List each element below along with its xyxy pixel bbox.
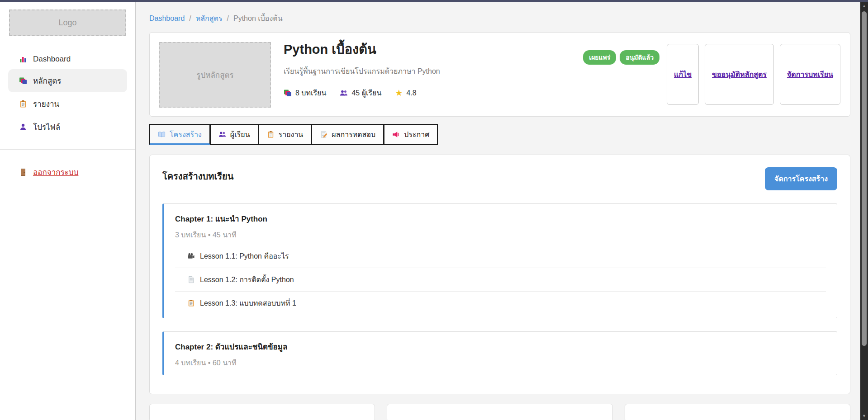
logo-text: Logo: [58, 18, 76, 28]
structure-panel-header: โครงสร้างบทเรียน จัดการโครงสร้าง: [162, 167, 837, 190]
video-camera-icon: [187, 252, 195, 260]
course-title: Python เบื้องต้น: [284, 42, 583, 57]
books-icon: [19, 77, 27, 85]
breadcrumb-current: Python เบื้องต้น: [233, 13, 283, 24]
status-badge-approved: อนุมัติแล้ว: [620, 50, 659, 65]
tab-label: รายงาน: [279, 129, 304, 140]
main-content: Dashboard / หลักสูตร / Python เบื้องต้น …: [136, 2, 868, 420]
status-badge-published: เผยแพร่: [583, 50, 616, 65]
breadcrumb: Dashboard / หลักสูตร / Python เบื้องต้น: [149, 13, 850, 24]
course-image-placeholder: รูปหลักสูตร: [159, 42, 271, 108]
tab-structure[interactable]: โครงสร้าง: [149, 124, 210, 145]
lesson-row[interactable]: Lesson 1.3: แบบทดสอบบทที่ 1: [175, 292, 826, 311]
sidebar: Logo Dashboard หลักสูตร รายงาน โปรไฟล์: [0, 2, 136, 420]
stat-rating: ★ 4.8: [395, 89, 416, 97]
manage-structure-button[interactable]: จัดการโครงสร้าง: [765, 167, 837, 190]
tab-reports[interactable]: รายงาน: [258, 124, 312, 145]
chapter-meta: 4 บทเรียน • 60 นาที: [175, 357, 826, 368]
chapter-title: Chapter 2: ตัวแปรและชนิดข้อมูล: [175, 340, 826, 353]
people-icon: [340, 89, 348, 97]
open-book-icon: [158, 131, 166, 138]
chapter-card-2: Chapter 2: ตัวแปรและชนิดข้อมูล 4 บทเรียน…: [162, 331, 837, 375]
course-stats: 8 บทเรียน 45 ผู้เรียน ★ 4.8: [284, 87, 583, 99]
tab-bar: โครงสร้าง ผู้เรียน รายงาน ผลการทดสอบ ประ…: [149, 124, 850, 145]
tab-label: ผู้เรียน: [230, 129, 250, 140]
manage-lessons-link[interactable]: จัดการบทเรียน: [787, 69, 833, 80]
edit-course-box: แก้ไข: [667, 44, 699, 105]
megaphone-icon: [392, 131, 400, 138]
stat-lessons-value: 8 บทเรียน: [295, 87, 326, 99]
bottom-card: [149, 404, 375, 420]
sidebar-item-label: Dashboard: [33, 55, 71, 64]
chapter-card-1: Chapter 1: แนะนำ Python 3 บทเรียน • 45 น…: [162, 203, 837, 318]
clipboard-icon: [267, 131, 275, 138]
request-approval-box: ขออนุมัติหลักสูตร: [705, 44, 774, 105]
breadcrumb-separator: /: [227, 14, 229, 23]
books-icon: [284, 89, 292, 97]
breadcrumb-separator: /: [189, 14, 191, 23]
sidebar-item-label: รายงาน: [33, 98, 59, 110]
sidebar-item-profile[interactable]: โปรไฟล์: [0, 115, 135, 138]
door-icon: [19, 168, 27, 176]
stat-students: 45 ผู้เรียน: [340, 87, 381, 99]
logo-placeholder: Logo: [9, 9, 126, 36]
sidebar-divider: [0, 149, 135, 150]
clipboard-icon: [19, 100, 27, 108]
edit-course-link[interactable]: แก้ไข: [674, 69, 692, 80]
sidebar-item-label: โปรไฟล์: [33, 121, 60, 133]
document-icon: [187, 276, 195, 283]
course-actions: แก้ไข ขออนุมัติหลักสูตร จัดการบทเรียน: [667, 42, 840, 107]
clipboard-icon: [187, 299, 195, 307]
course-image-placeholder-text: รูปหลักสูตร: [196, 69, 233, 81]
lesson-row[interactable]: Lesson 1.1: Python คืออะไร: [175, 245, 826, 268]
bottom-cards-row: [149, 404, 850, 420]
vertical-scrollbar[interactable]: ▲ ▼: [860, 2, 868, 420]
course-info: Python เบื้องต้น เรียนรู้พื้นฐานการเขียน…: [284, 42, 583, 107]
tab-announcements[interactable]: ประกาศ: [384, 124, 438, 145]
people-icon: [218, 131, 226, 138]
bar-chart-icon: [19, 55, 27, 63]
chapter-meta: 3 บทเรียน • 45 นาที: [175, 229, 826, 241]
lesson-row[interactable]: Lesson 1.2: การติดตั้ง Python: [175, 268, 826, 292]
tab-label: ประกาศ: [404, 129, 429, 140]
breadcrumb-link-courses[interactable]: หลักสูตร: [196, 13, 223, 24]
sidebar-item-reports[interactable]: รายงาน: [0, 92, 135, 115]
structure-heading: โครงสร้างบทเรียน: [162, 169, 233, 184]
course-header-card: รูปหลักสูตร Python เบื้องต้น เรียนรู้พื้…: [149, 32, 850, 117]
memo-pencil-icon: [320, 131, 327, 138]
request-approval-link[interactable]: ขออนุมัติหลักสูตร: [712, 69, 767, 80]
logout-label: ออกจากระบบ: [33, 166, 78, 178]
lesson-list: Lesson 1.1: Python คืออะไร Lesson 1.2: ก…: [175, 245, 826, 311]
stat-rating-value: 4.8: [406, 89, 416, 97]
scroll-thumb[interactable]: [862, 11, 867, 346]
sidebar-item-label: หลักสูตร: [33, 75, 61, 87]
tab-label: โครงสร้าง: [170, 129, 202, 140]
manage-lessons-box: จัดการบทเรียน: [780, 44, 840, 105]
bottom-card: [387, 404, 612, 420]
chapter-title: Chapter 1: แนะนำ Python: [175, 212, 826, 225]
sidebar-nav: Dashboard หลักสูตร รายงาน โปรไฟล์: [0, 49, 135, 138]
breadcrumb-link-dashboard[interactable]: Dashboard: [149, 14, 185, 23]
lesson-title: Lesson 1.3: แบบทดสอบบทที่ 1: [200, 297, 296, 309]
lesson-title: Lesson 1.2: การติดตั้ง Python: [200, 274, 294, 285]
scroll-up-arrow[interactable]: ▲: [860, 2, 868, 10]
bottom-card: [625, 404, 850, 420]
sidebar-item-dashboard[interactable]: Dashboard: [0, 49, 135, 69]
star-icon: ★: [395, 89, 403, 97]
structure-panel: โครงสร้างบทเรียน จัดการโครงสร้าง Chapter…: [149, 155, 850, 394]
course-description: เรียนรู้พื้นฐานการเขียนโปรแกรมด้วยภาษา P…: [284, 66, 583, 77]
sidebar-item-logout[interactable]: ออกจากระบบ: [0, 160, 135, 184]
sidebar-item-courses[interactable]: หลักสูตร: [8, 69, 127, 92]
status-badges: เผยแพร่ อนุมัติแล้ว: [583, 42, 659, 107]
stat-students-value: 45 ผู้เรียน: [351, 87, 381, 99]
tab-label: ผลการทดสอบ: [332, 129, 375, 140]
app-layout: Logo Dashboard หลักสูตร รายงาน โปรไฟล์: [0, 2, 868, 420]
tab-students[interactable]: ผู้เรียน: [210, 124, 259, 145]
person-icon: [19, 123, 27, 131]
scroll-down-arrow[interactable]: ▼: [860, 412, 868, 420]
stat-lessons: 8 บทเรียน: [284, 87, 326, 99]
tab-test-results[interactable]: ผลการทดสอบ: [311, 124, 384, 145]
lesson-title: Lesson 1.1: Python คืออะไร: [200, 250, 289, 262]
